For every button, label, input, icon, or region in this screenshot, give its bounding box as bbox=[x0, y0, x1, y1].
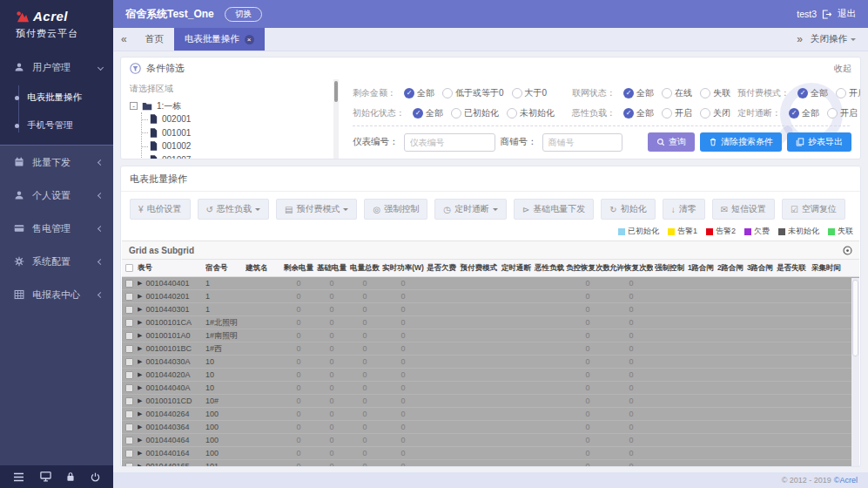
expand-row-icon[interactable]: ▶ bbox=[138, 450, 142, 457]
close-operations-dropdown[interactable]: 关闭操作 bbox=[811, 33, 868, 45]
radio-checked-icon[interactable]: ✓ bbox=[413, 108, 423, 119]
expand-row-icon[interactable]: ▶ bbox=[138, 424, 142, 430]
radio-icon[interactable] bbox=[700, 88, 710, 98]
row-checkbox[interactable] bbox=[125, 319, 133, 327]
radio-icon[interactable] bbox=[662, 88, 672, 98]
sidebar-item-personal-settings[interactable]: 个人设置 bbox=[0, 179, 113, 212]
sidebar-subitem-phone-management[interactable]: 手机号管理 bbox=[0, 112, 113, 139]
tab-0[interactable]: 首页 bbox=[135, 28, 174, 51]
expand-row-icon[interactable]: ▶ bbox=[138, 397, 142, 404]
radio-icon[interactable] bbox=[442, 88, 453, 98]
lock-icon[interactable] bbox=[66, 471, 75, 482]
radio-icon[interactable] bbox=[507, 108, 517, 119]
tree-node-3[interactable]: 001007 bbox=[150, 153, 326, 159]
tree-node-1[interactable]: 001001 bbox=[150, 126, 326, 140]
sidebar-item-user-management[interactable]: 用户管理 bbox=[0, 51, 113, 84]
monitor-icon[interactable] bbox=[40, 471, 51, 482]
base-energy-send-button[interactable]: ⊳基础电量下发 bbox=[514, 199, 594, 220]
row-checkbox[interactable] bbox=[125, 410, 133, 418]
radio-prepaid-mode-0[interactable]: ✓全部 bbox=[797, 87, 828, 99]
row-checkbox[interactable] bbox=[125, 384, 133, 392]
radio-malignant-load-1[interactable]: 开启 bbox=[662, 107, 692, 119]
row-checkbox[interactable] bbox=[125, 424, 133, 431]
radio-network-status-2[interactable]: 失联 bbox=[700, 87, 730, 99]
tabs-scroll-right-icon[interactable]: » bbox=[789, 33, 811, 45]
tree-node-2[interactable]: 001002 bbox=[150, 139, 326, 153]
sidebar-subitem-meter-batch-operation[interactable]: 电表批量操作 bbox=[0, 84, 113, 112]
radio-icon[interactable] bbox=[827, 108, 838, 119]
expand-row-icon[interactable]: ▶ bbox=[138, 293, 142, 300]
radio-checked-icon[interactable]: ✓ bbox=[404, 88, 414, 98]
logout-icon[interactable] bbox=[822, 10, 832, 19]
radio-init-status-1[interactable]: 已初始化 bbox=[451, 107, 499, 119]
force-control-button[interactable]: ◎强制控制 bbox=[364, 199, 427, 220]
row-checkbox[interactable] bbox=[125, 463, 133, 467]
radio-remaining-amount-1[interactable]: 低于或等于0 bbox=[442, 87, 504, 99]
meter-number-input[interactable] bbox=[404, 133, 495, 152]
menu-toggle-icon[interactable] bbox=[13, 472, 24, 482]
radio-icon[interactable] bbox=[451, 108, 461, 119]
radio-icon[interactable] bbox=[836, 88, 846, 98]
radio-checked-icon[interactable]: ✓ bbox=[797, 88, 808, 98]
radio-icon[interactable] bbox=[700, 108, 710, 119]
radio-checked-icon[interactable]: ✓ bbox=[789, 108, 799, 119]
radio-remaining-amount-2[interactable]: 大于0 bbox=[512, 87, 548, 99]
sidebar-item-electricity-sale[interactable]: 售电管理 bbox=[0, 212, 113, 245]
expand-row-icon[interactable]: ▶ bbox=[138, 371, 142, 378]
sms-settings-button[interactable]: ✉短信设置 bbox=[712, 199, 775, 220]
shop-number-input[interactable] bbox=[542, 133, 622, 152]
ac-reset-button[interactable]: ☑空调复位 bbox=[782, 199, 845, 220]
sidebar-item-batch-dispatch[interactable]: 批量下发 bbox=[0, 146, 113, 179]
radio-network-status-1[interactable]: 在线 bbox=[662, 87, 692, 99]
switch-system-button[interactable]: 切换 bbox=[225, 7, 262, 22]
tab-1[interactable]: 电表批量操作× bbox=[174, 28, 265, 51]
logout-button[interactable]: 退出 bbox=[838, 8, 856, 20]
prepaid-mode-button[interactable]: ▤预付费模式 bbox=[276, 199, 357, 220]
sidebar-item-system-config[interactable]: 系统配置 bbox=[0, 245, 113, 278]
collapse-panel-button[interactable]: 收起 bbox=[834, 63, 851, 75]
row-checkbox[interactable] bbox=[125, 358, 133, 366]
row-checkbox[interactable] bbox=[125, 345, 133, 353]
expand-row-icon[interactable]: ▶ bbox=[138, 384, 142, 391]
meter-export-button[interactable]: 抄表导出 bbox=[787, 132, 851, 152]
select-all-checkbox[interactable] bbox=[125, 264, 133, 272]
radio-prepaid-mode-1[interactable]: 开启 bbox=[836, 87, 860, 99]
collapse-node-icon[interactable]: - bbox=[130, 102, 138, 110]
radio-icon[interactable] bbox=[512, 88, 522, 98]
expand-row-icon[interactable]: ▶ bbox=[138, 410, 142, 417]
row-checkbox[interactable] bbox=[125, 293, 133, 301]
radio-icon[interactable] bbox=[662, 108, 672, 119]
clear-zero-button[interactable]: ↓清零 bbox=[663, 199, 705, 220]
radio-init-status-2[interactable]: 未初始化 bbox=[507, 107, 555, 119]
grid-scrollbar[interactable] bbox=[851, 278, 859, 466]
radio-timed-switch-0[interactable]: ✓全部 bbox=[789, 107, 819, 119]
expand-row-icon[interactable]: ▶ bbox=[138, 280, 142, 287]
radio-checked-icon[interactable]: ✓ bbox=[623, 108, 634, 119]
expand-row-icon[interactable]: ▶ bbox=[138, 332, 142, 339]
radio-checked-icon[interactable]: ✓ bbox=[623, 88, 634, 98]
power-icon[interactable] bbox=[91, 472, 100, 482]
radio-malignant-load-0[interactable]: ✓全部 bbox=[623, 107, 654, 119]
username[interactable]: test3 bbox=[797, 9, 817, 19]
tree-node-root[interactable]: - 1:一栋 bbox=[130, 99, 326, 112]
query-button[interactable]: 查询 bbox=[648, 132, 695, 152]
expand-row-icon[interactable]: ▶ bbox=[138, 358, 142, 365]
expand-row-icon[interactable]: ▶ bbox=[138, 319, 142, 326]
sidebar-item-report-center[interactable]: 电报表中心 bbox=[0, 278, 113, 311]
initialize-button[interactable]: ↻初始化 bbox=[601, 199, 655, 220]
clear-search-button[interactable]: 清除搜索条件 bbox=[700, 132, 782, 152]
grid-settings-icon[interactable] bbox=[843, 246, 852, 255]
row-checkbox[interactable] bbox=[125, 371, 133, 379]
row-checkbox[interactable] bbox=[125, 437, 133, 444]
expand-row-icon[interactable]: ▶ bbox=[138, 463, 142, 466]
row-checkbox[interactable] bbox=[125, 306, 133, 314]
expand-row-icon[interactable]: ▶ bbox=[138, 306, 142, 313]
row-checkbox[interactable] bbox=[125, 397, 133, 405]
tabs-scroll-left-icon[interactable]: « bbox=[113, 33, 135, 45]
price-settings-button[interactable]: ¥电价设置 bbox=[130, 199, 191, 220]
expand-row-icon[interactable]: ▶ bbox=[138, 437, 142, 444]
row-checkbox[interactable] bbox=[125, 450, 133, 458]
radio-malignant-load-2[interactable]: 关闭 bbox=[700, 107, 730, 119]
close-tab-icon[interactable]: × bbox=[245, 35, 254, 44]
tree-node-0[interactable]: 002001 bbox=[150, 112, 326, 126]
